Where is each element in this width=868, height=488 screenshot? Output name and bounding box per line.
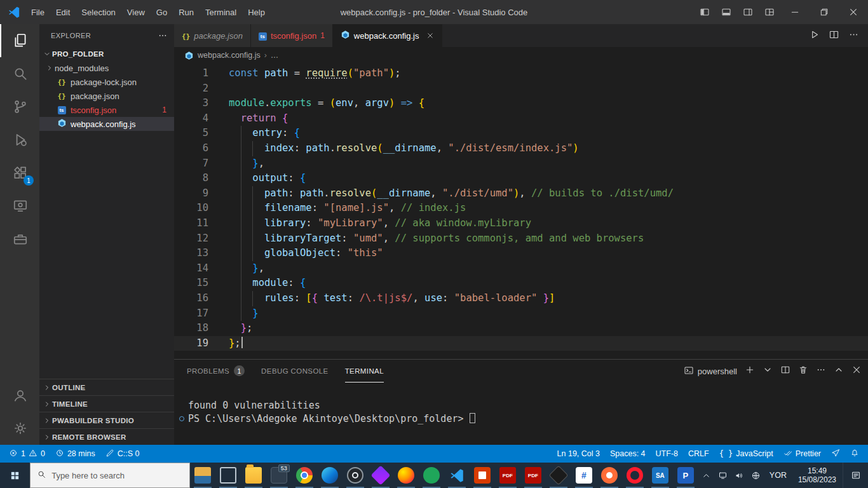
taskbar-app-obs[interactable] bbox=[342, 463, 368, 488]
code-line-15[interactable]: 15 module: { bbox=[174, 276, 868, 291]
taskbar-app-search-highlight[interactable] bbox=[190, 463, 215, 488]
section-outline[interactable]: OUTLINE bbox=[39, 379, 174, 395]
menu-help[interactable]: Help bbox=[242, 0, 271, 24]
taskbar-app-black-app[interactable] bbox=[546, 463, 571, 488]
taskbar-search[interactable]: Type here to search bbox=[30, 463, 190, 488]
maximize-panel-button[interactable] bbox=[834, 365, 844, 377]
minimize-button[interactable] bbox=[780, 0, 810, 24]
taskbar-app-p-app[interactable]: P bbox=[673, 463, 698, 488]
tray-overflow-button[interactable] bbox=[698, 463, 715, 488]
taskbar-app-purple-app[interactable] bbox=[368, 463, 393, 488]
restore-button[interactable] bbox=[810, 0, 839, 24]
code-line-14[interactable]: 14 }, bbox=[174, 261, 868, 276]
panel-tab-terminal[interactable]: TERMINAL bbox=[345, 360, 384, 383]
code-line-6[interactable]: 6 index: path.resolve(__dirname, "./dist… bbox=[174, 141, 868, 156]
taskbar-app-pdf-app-2[interactable]: PDF bbox=[520, 463, 546, 488]
taskbar-app-red-app[interactable] bbox=[470, 463, 495, 488]
menu-selection[interactable]: Selection bbox=[76, 0, 121, 24]
terminal-shell-picker[interactable]: powershell bbox=[684, 365, 737, 377]
status-formatter-prettier[interactable]: Prettier bbox=[778, 445, 826, 463]
close-tab-button[interactable] bbox=[426, 32, 434, 39]
taskbar-app-browser-tabs[interactable]: 53 bbox=[266, 463, 292, 488]
taskbar-app-opera[interactable] bbox=[622, 463, 648, 488]
problems-status[interactable]: 1 0 bbox=[4, 445, 50, 463]
volume-tray-icon[interactable] bbox=[731, 463, 748, 488]
edit-counter-status[interactable]: C::S 0 bbox=[100, 445, 145, 463]
section-pwabuilder-studio[interactable]: PWABUILDER STUDIO bbox=[39, 412, 174, 428]
code-line-17[interactable]: 17 } bbox=[174, 306, 868, 322]
section-timeline[interactable]: TIMELINE bbox=[39, 395, 174, 412]
toggle-secondary-sidebar-button[interactable] bbox=[737, 0, 759, 24]
panel-tab-problems[interactable]: PROBLEMS1 bbox=[187, 360, 245, 383]
terminal-output[interactable]: found 0 vulnerabilitiesPS C:\Users\Adego… bbox=[174, 383, 868, 445]
command-decoration-icon[interactable] bbox=[179, 416, 184, 421]
tray-clock[interactable]: 15:49 15/08/2023 bbox=[792, 466, 843, 484]
file-webpack.config.js[interactable]: webpack.config.js bbox=[39, 117, 174, 131]
root-folder-row[interactable]: PRO_FOLDER bbox=[39, 47, 174, 61]
panel-tab-debug-console[interactable]: DEBUG CONSOLE bbox=[261, 360, 329, 383]
taskbar-app-pdf-app[interactable]: PDF bbox=[495, 463, 520, 488]
menu-file[interactable]: File bbox=[25, 0, 50, 24]
split-editor-button[interactable] bbox=[829, 29, 839, 43]
activity-accounts[interactable] bbox=[0, 379, 39, 412]
menu-run[interactable]: Run bbox=[173, 0, 200, 24]
code-line-7[interactable]: 7 }, bbox=[174, 156, 868, 172]
activity-run-and-debug[interactable] bbox=[0, 123, 39, 156]
taskbar-app-sharp-app[interactable]: # bbox=[571, 463, 597, 488]
taskbar-app-firefox[interactable] bbox=[393, 463, 419, 488]
activity-source-control[interactable] bbox=[0, 90, 39, 123]
new-terminal-button[interactable] bbox=[745, 365, 755, 377]
language-indicator[interactable]: YOR bbox=[764, 471, 792, 480]
file-package.json[interactable]: {}package.json bbox=[39, 89, 174, 103]
taskbar-app-widgets[interactable] bbox=[215, 463, 241, 488]
activity-extensions[interactable]: 1 bbox=[0, 156, 39, 189]
file-tsconfig.json[interactable]: tstsconfig.json1 bbox=[39, 103, 174, 117]
taskbar-app-file-explorer[interactable] bbox=[241, 463, 266, 488]
taskbar-app-postman[interactable] bbox=[597, 463, 622, 488]
start-button[interactable] bbox=[0, 463, 30, 488]
code-line-5[interactable]: 5 entry: { bbox=[174, 126, 868, 141]
code-line-4[interactable]: 4 return { bbox=[174, 111, 868, 126]
split-terminal-button[interactable] bbox=[780, 365, 790, 377]
tab-tsconfig.json[interactable]: tstsconfig.json1 bbox=[251, 24, 333, 47]
status-encoding[interactable]: UTF-8 bbox=[651, 445, 683, 463]
code-line-16[interactable]: 16 rules: [{ test: /\.t|js$/, use: "babe… bbox=[174, 291, 868, 306]
activity-search[interactable] bbox=[0, 57, 39, 90]
code-line-11[interactable]: 11 library: "myLibrary", // aka window.m… bbox=[174, 216, 868, 231]
status-notifications[interactable] bbox=[845, 445, 864, 463]
breadcrumb-more[interactable]: … bbox=[271, 51, 279, 60]
code-line-18[interactable]: 18 }; bbox=[174, 321, 868, 336]
file-package-lock.json[interactable]: {}package-lock.json bbox=[39, 75, 174, 89]
display-tray-icon[interactable] bbox=[715, 463, 731, 488]
breadcrumb[interactable]: webpack.config.js › … bbox=[174, 47, 868, 64]
code-line-19[interactable]: 19}; bbox=[174, 336, 868, 351]
activity-explorer[interactable] bbox=[0, 24, 39, 57]
activity-manage[interactable] bbox=[0, 412, 39, 445]
action-center-button[interactable] bbox=[843, 463, 868, 488]
run-file-button[interactable] bbox=[809, 29, 820, 43]
code-line-2[interactable]: 2 bbox=[174, 81, 868, 97]
status-eol[interactable]: CRLF bbox=[683, 445, 714, 463]
explorer-actions-button[interactable] bbox=[158, 30, 168, 41]
close-window-button[interactable] bbox=[839, 0, 868, 24]
tab-webpack.config.js[interactable]: webpack.config.js bbox=[333, 24, 443, 47]
terminal-dropdown-button[interactable] bbox=[763, 365, 773, 377]
menu-view[interactable]: View bbox=[121, 0, 151, 24]
code-line-12[interactable]: 12 libraryTarget: "umd", // supports com… bbox=[174, 231, 868, 247]
time-tracker-status[interactable]: 28 mins bbox=[50, 445, 100, 463]
menu-edit[interactable]: Edit bbox=[50, 0, 76, 24]
taskbar-app-chrome[interactable] bbox=[292, 463, 317, 488]
code-line-13[interactable]: 13 globalObject: "this" bbox=[174, 246, 868, 261]
code-line-1[interactable]: 1const path = require("path"); bbox=[174, 66, 868, 81]
section-remote-browser[interactable]: REMOTE BROWSER bbox=[39, 428, 174, 445]
code-line-3[interactable]: 3module.exports = (env, argv) => { bbox=[174, 96, 868, 111]
kill-terminal-button[interactable] bbox=[798, 365, 808, 377]
status-language-mode[interactable]: { }JavaScript bbox=[714, 445, 778, 463]
taskbar-app-sa-app[interactable]: SA bbox=[648, 463, 673, 488]
file-node_modules[interactable]: node_modules bbox=[39, 61, 174, 75]
toggle-panel-button[interactable] bbox=[715, 0, 737, 24]
customize-layout-button[interactable] bbox=[759, 0, 780, 24]
menu-terminal[interactable]: Terminal bbox=[200, 0, 242, 24]
panel-more-actions-button[interactable] bbox=[816, 365, 826, 377]
tab-package.json[interactable]: {}package.json bbox=[174, 24, 251, 47]
